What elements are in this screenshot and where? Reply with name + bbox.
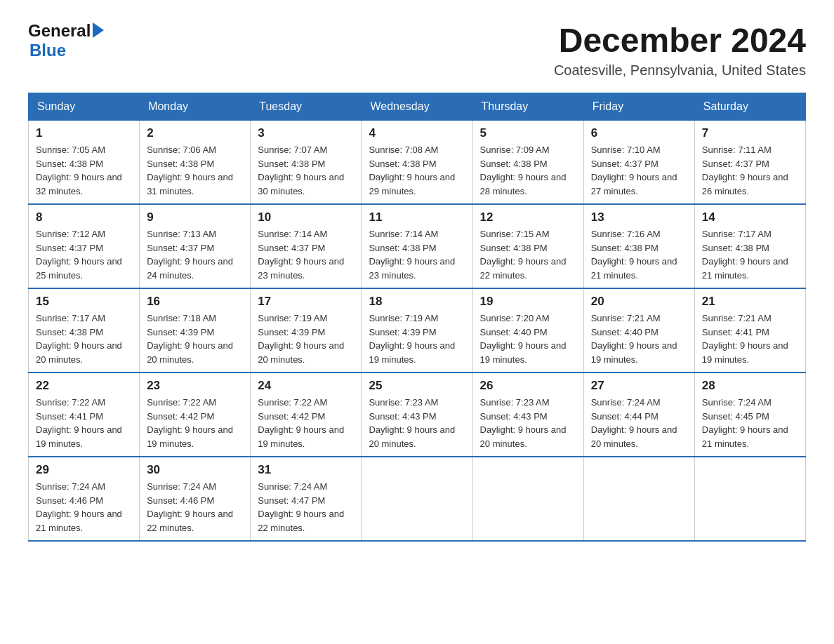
day-number: 7 (702, 126, 798, 140)
calendar-cell: 22Sunrise: 7:22 AMSunset: 4:41 PMDayligh… (29, 373, 140, 457)
calendar-cell: 8Sunrise: 7:12 AMSunset: 4:37 PMDaylight… (29, 204, 140, 288)
day-info: Sunrise: 7:05 AMSunset: 4:38 PMDaylight:… (36, 143, 132, 198)
title-area: December 2024 Coatesville, Pennsylvania,… (554, 21, 806, 79)
calendar-cell: 30Sunrise: 7:24 AMSunset: 4:46 PMDayligh… (140, 457, 251, 541)
day-info: Sunrise: 7:09 AMSunset: 4:38 PMDaylight:… (480, 143, 576, 198)
calendar-cell: 26Sunrise: 7:23 AMSunset: 4:43 PMDayligh… (472, 373, 583, 457)
calendar-cell: 11Sunrise: 7:14 AMSunset: 4:38 PMDayligh… (362, 204, 472, 288)
day-info: Sunrise: 7:21 AMSunset: 4:40 PMDaylight:… (591, 311, 687, 366)
calendar-cell (362, 457, 472, 541)
header-friday: Friday (583, 93, 694, 121)
calendar-cell: 19Sunrise: 7:20 AMSunset: 4:40 PMDayligh… (472, 288, 583, 373)
day-info: Sunrise: 7:18 AMSunset: 4:39 PMDaylight:… (147, 311, 243, 366)
day-number: 26 (480, 379, 576, 393)
day-number: 17 (258, 295, 354, 309)
logo-arrow-icon (93, 22, 104, 38)
day-number: 14 (702, 210, 798, 224)
calendar-table: Sunday Monday Tuesday Wednesday Thursday… (28, 93, 806, 542)
header-saturday: Saturday (694, 93, 805, 121)
day-number: 13 (591, 210, 687, 224)
logo-blue-text: Blue (29, 41, 66, 60)
day-info: Sunrise: 7:24 AMSunset: 4:45 PMDaylight:… (702, 396, 798, 450)
calendar-cell: 28Sunrise: 7:24 AMSunset: 4:45 PMDayligh… (694, 373, 805, 457)
logo-general-text: General (28, 21, 91, 41)
day-info: Sunrise: 7:06 AMSunset: 4:38 PMDaylight:… (147, 143, 243, 198)
calendar-cell: 21Sunrise: 7:21 AMSunset: 4:41 PMDayligh… (694, 288, 805, 373)
calendar-cell: 24Sunrise: 7:22 AMSunset: 4:42 PMDayligh… (251, 373, 362, 457)
calendar-cell: 7Sunrise: 7:11 AMSunset: 4:37 PMDaylight… (694, 121, 805, 205)
day-number: 6 (591, 126, 687, 140)
calendar-cell: 31Sunrise: 7:24 AMSunset: 4:47 PMDayligh… (251, 457, 362, 541)
day-number: 12 (480, 210, 576, 224)
calendar-cell (472, 457, 583, 541)
calendar-cell: 13Sunrise: 7:16 AMSunset: 4:38 PMDayligh… (583, 204, 694, 288)
day-number: 20 (591, 295, 687, 309)
day-info: Sunrise: 7:19 AMSunset: 4:39 PMDaylight:… (258, 311, 354, 366)
calendar-cell: 27Sunrise: 7:24 AMSunset: 4:44 PMDayligh… (583, 373, 694, 457)
calendar-cell: 5Sunrise: 7:09 AMSunset: 4:38 PMDaylight… (472, 121, 583, 205)
day-info: Sunrise: 7:11 AMSunset: 4:37 PMDaylight:… (702, 143, 798, 198)
calendar-cell: 4Sunrise: 7:08 AMSunset: 4:38 PMDaylight… (362, 121, 472, 205)
header-wednesday: Wednesday (362, 93, 472, 121)
calendar-cell: 20Sunrise: 7:21 AMSunset: 4:40 PMDayligh… (583, 288, 694, 373)
day-number: 4 (369, 126, 465, 140)
calendar-cell: 25Sunrise: 7:23 AMSunset: 4:43 PMDayligh… (362, 373, 472, 457)
day-number: 3 (258, 126, 354, 140)
calendar-cell: 23Sunrise: 7:22 AMSunset: 4:42 PMDayligh… (140, 373, 251, 457)
day-number: 21 (702, 295, 798, 309)
header-tuesday: Tuesday (251, 93, 362, 121)
day-number: 30 (147, 463, 243, 477)
calendar-week-row: 8Sunrise: 7:12 AMSunset: 4:37 PMDaylight… (29, 204, 806, 288)
calendar-week-row: 22Sunrise: 7:22 AMSunset: 4:41 PMDayligh… (29, 373, 806, 457)
day-info: Sunrise: 7:12 AMSunset: 4:37 PMDaylight:… (36, 227, 132, 282)
calendar-cell (583, 457, 694, 541)
calendar-cell: 3Sunrise: 7:07 AMSunset: 4:38 PMDaylight… (251, 121, 362, 205)
day-number: 10 (258, 210, 354, 224)
day-number: 27 (591, 379, 687, 393)
day-number: 5 (480, 126, 576, 140)
page-header: General Blue December 2024 Coatesville, … (28, 21, 806, 79)
calendar-cell: 16Sunrise: 7:18 AMSunset: 4:39 PMDayligh… (140, 288, 251, 373)
day-info: Sunrise: 7:22 AMSunset: 4:42 PMDaylight:… (258, 396, 354, 450)
calendar-cell: 9Sunrise: 7:13 AMSunset: 4:37 PMDaylight… (140, 204, 251, 288)
day-info: Sunrise: 7:08 AMSunset: 4:38 PMDaylight:… (369, 143, 465, 198)
day-info: Sunrise: 7:14 AMSunset: 4:37 PMDaylight:… (258, 227, 354, 282)
day-info: Sunrise: 7:24 AMSunset: 4:46 PMDaylight:… (147, 480, 243, 535)
logo: General Blue (28, 21, 104, 60)
calendar-title: December 2024 (554, 21, 806, 60)
day-number: 11 (369, 210, 465, 224)
calendar-cell: 10Sunrise: 7:14 AMSunset: 4:37 PMDayligh… (251, 204, 362, 288)
calendar-cell (694, 457, 805, 541)
day-info: Sunrise: 7:17 AMSunset: 4:38 PMDaylight:… (36, 311, 132, 366)
day-number: 28 (702, 379, 798, 393)
day-number: 19 (480, 295, 576, 309)
calendar-subtitle: Coatesville, Pennsylvania, United States (554, 62, 806, 79)
day-number: 18 (369, 295, 465, 309)
calendar-header-row: Sunday Monday Tuesday Wednesday Thursday… (29, 93, 806, 121)
calendar-cell: 1Sunrise: 7:05 AMSunset: 4:38 PMDaylight… (29, 121, 140, 205)
day-number: 23 (147, 379, 243, 393)
calendar-cell: 12Sunrise: 7:15 AMSunset: 4:38 PMDayligh… (472, 204, 583, 288)
calendar-week-row: 15Sunrise: 7:17 AMSunset: 4:38 PMDayligh… (29, 288, 806, 373)
day-info: Sunrise: 7:15 AMSunset: 4:38 PMDaylight:… (480, 227, 576, 282)
header-monday: Monday (140, 93, 251, 121)
day-info: Sunrise: 7:13 AMSunset: 4:37 PMDaylight:… (147, 227, 243, 282)
day-info: Sunrise: 7:24 AMSunset: 4:46 PMDaylight:… (36, 480, 132, 535)
calendar-week-row: 1Sunrise: 7:05 AMSunset: 4:38 PMDaylight… (29, 121, 806, 205)
day-number: 1 (36, 126, 132, 140)
day-info: Sunrise: 7:22 AMSunset: 4:41 PMDaylight:… (36, 396, 132, 450)
day-info: Sunrise: 7:17 AMSunset: 4:38 PMDaylight:… (702, 227, 798, 282)
day-number: 31 (258, 463, 354, 477)
calendar-cell: 29Sunrise: 7:24 AMSunset: 4:46 PMDayligh… (29, 457, 140, 541)
day-info: Sunrise: 7:19 AMSunset: 4:39 PMDaylight:… (369, 311, 465, 366)
calendar-cell: 6Sunrise: 7:10 AMSunset: 4:37 PMDaylight… (583, 121, 694, 205)
day-number: 25 (369, 379, 465, 393)
day-number: 9 (147, 210, 243, 224)
day-number: 16 (147, 295, 243, 309)
day-number: 24 (258, 379, 354, 393)
calendar-cell: 2Sunrise: 7:06 AMSunset: 4:38 PMDaylight… (140, 121, 251, 205)
day-info: Sunrise: 7:22 AMSunset: 4:42 PMDaylight:… (147, 396, 243, 450)
day-info: Sunrise: 7:16 AMSunset: 4:38 PMDaylight:… (591, 227, 687, 282)
header-thursday: Thursday (472, 93, 583, 121)
calendar-cell: 14Sunrise: 7:17 AMSunset: 4:38 PMDayligh… (694, 204, 805, 288)
